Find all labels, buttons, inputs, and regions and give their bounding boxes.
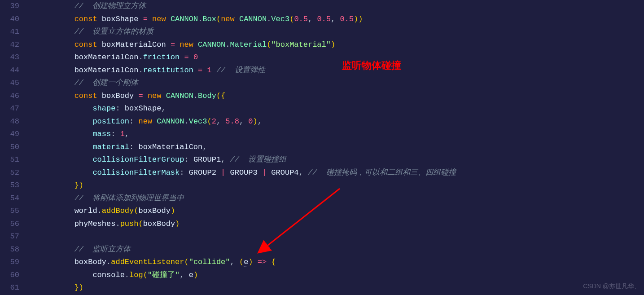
line-number: 42 bbox=[0, 39, 19, 52]
line-number: 53 bbox=[0, 179, 19, 192]
line-number: 41 bbox=[0, 26, 19, 39]
line-number: 46 bbox=[0, 90, 19, 103]
watermark: CSDN @亦世凡华、 bbox=[583, 280, 640, 293]
line-number: 45 bbox=[0, 77, 19, 90]
line-number: 55 bbox=[0, 205, 19, 218]
code-line[interactable]: collisionFilterMask: GROUP2 | GROUP3 | G… bbox=[38, 167, 644, 180]
code-editor: 39 40 41 42 43 44 45 46 47 48 49 50 51 5… bbox=[0, 0, 644, 295]
line-number: 39 bbox=[0, 0, 19, 13]
line-number: 48 bbox=[0, 115, 19, 128]
code-line[interactable]: console.log("碰撞了", e) bbox=[38, 269, 644, 282]
line-number: 51 bbox=[0, 154, 19, 167]
code-line[interactable]: // 监听立方体 bbox=[38, 243, 644, 256]
line-number: 47 bbox=[0, 102, 19, 115]
line-number: 60 bbox=[0, 269, 19, 282]
line-number: 52 bbox=[0, 167, 19, 180]
code-line[interactable]: const boxMaterialCon = new CANNON.Materi… bbox=[38, 39, 644, 52]
code-line[interactable]: // 创建物理立方体 bbox=[38, 0, 644, 13]
code-line[interactable]: const boxShape = new CANNON.Box(new CANN… bbox=[38, 13, 644, 26]
line-number: 49 bbox=[0, 128, 19, 141]
code-line[interactable]: material: boxMaterialCon, bbox=[38, 141, 644, 154]
code-line[interactable]: position: new CANNON.Vec3(2, 5.8, 0), bbox=[38, 115, 644, 128]
line-number: 57 bbox=[0, 230, 19, 243]
line-number: 40 bbox=[0, 13, 19, 26]
code-line[interactable]: collisionFilterGroup: GROUP1, // 设置碰撞组 bbox=[38, 154, 644, 167]
code-line[interactable]: }) bbox=[38, 282, 644, 295]
line-number: 58 bbox=[0, 243, 19, 256]
code-line[interactable]: mass: 1, bbox=[38, 128, 644, 141]
line-number-gutter: 39 40 41 42 43 44 45 46 47 48 49 50 51 5… bbox=[0, 0, 28, 295]
code-line[interactable]: boxBody.addEventListener("collide", (e) … bbox=[38, 256, 644, 269]
code-line[interactable]: // 设置立方体的材质 bbox=[38, 26, 644, 39]
code-content[interactable]: // 创建物理立方体 const boxShape = new CANNON.B… bbox=[28, 0, 644, 295]
code-line[interactable] bbox=[38, 230, 644, 243]
line-number: 50 bbox=[0, 141, 19, 154]
line-number: 61 bbox=[0, 282, 19, 295]
code-line[interactable]: world.addBody(boxBody) bbox=[38, 205, 644, 218]
code-line[interactable]: boxMaterialCon.restitution = 1 // 设置弹性 bbox=[38, 64, 644, 77]
code-line[interactable]: const boxBody = new CANNON.Body({ bbox=[38, 90, 644, 103]
code-line[interactable]: }) bbox=[38, 179, 644, 192]
line-number: 59 bbox=[0, 256, 19, 269]
code-line[interactable]: shape: boxShape, bbox=[38, 102, 644, 115]
line-number: 56 bbox=[0, 218, 19, 231]
line-number: 54 bbox=[0, 192, 19, 205]
code-line[interactable]: // 创建一个刚体 bbox=[38, 77, 644, 90]
code-line[interactable]: // 将刚体添加到物理世界当中 bbox=[38, 192, 644, 205]
line-number: 43 bbox=[0, 51, 19, 64]
line-number: 44 bbox=[0, 64, 19, 77]
code-line[interactable]: phyMeshes.push(boxBody) bbox=[38, 218, 644, 231]
code-line[interactable]: boxMaterialCon.friction = 0 bbox=[38, 51, 644, 64]
